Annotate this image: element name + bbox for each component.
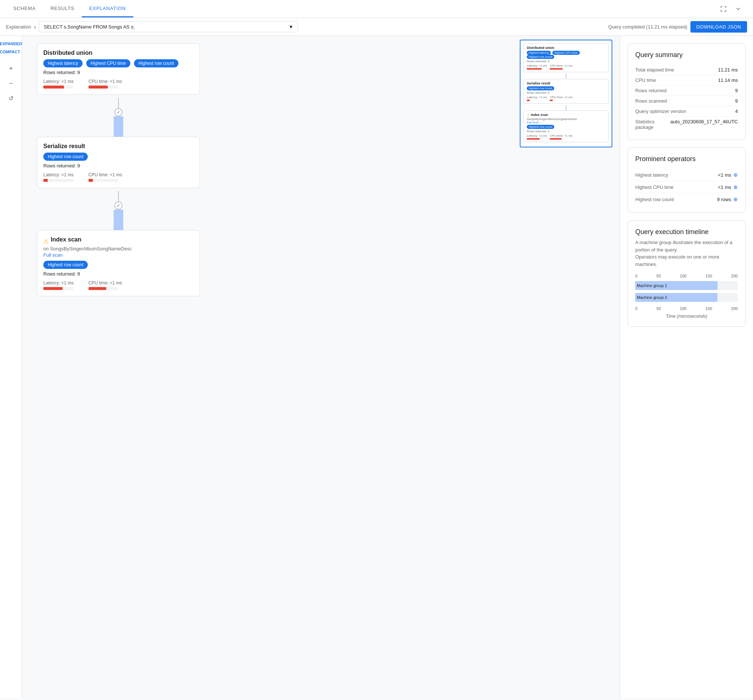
summary-row-5: Statistics package auto_20230608_17_57_4… xyxy=(635,117,738,132)
latency-label-2: Latency: <1 ms xyxy=(43,280,74,286)
minimap-scan-3: Full scan xyxy=(527,121,605,124)
summary-value-2: 9 xyxy=(735,88,738,93)
expanded-view-button[interactable]: EXPANDED xyxy=(0,41,25,47)
cpu-bar-fill-0 xyxy=(89,86,108,89)
badge-highest-latency[interactable]: Highest latency xyxy=(43,59,83,67)
node-title-2: Index scan xyxy=(51,236,81,243)
connector-check-icon: ✓ xyxy=(117,109,120,115)
query-summary-section: Query summary Total elapsed time 11.21 m… xyxy=(628,43,745,140)
cpu-label-0: CPU time: <1 ms xyxy=(89,79,122,84)
summary-label-2: Rows returned xyxy=(635,88,667,93)
expand-icon[interactable] xyxy=(732,3,744,15)
chart-x-label: Time (microseconds) xyxy=(635,314,738,319)
minimap-latency-3: Latency: <1 ms xyxy=(527,134,547,140)
metric-row-0: Latency: <1 ms CPU time: <1 ms xyxy=(43,79,193,89)
cpu-label-1: CPU time: <1 ms xyxy=(89,172,122,177)
metric-row-1: Latency: <1 ms CPU time: <1 ms xyxy=(43,172,193,182)
breadcrumb-chevron: › xyxy=(34,24,36,30)
summary-label-4: Query optimizer version xyxy=(635,108,686,114)
summary-label-5: Statistics package xyxy=(635,119,670,130)
view-toggle: EXPANDED COMPACT xyxy=(0,41,25,55)
minimap-title-2: Serialize result xyxy=(527,81,605,85)
tab-results[interactable]: RESULTS xyxy=(43,0,82,17)
minimap-title-3: Index scan xyxy=(531,113,548,117)
breadcrumb-bar: Explanation › SELECT s.SongName FROM Son… xyxy=(0,18,753,36)
tab-list: SCHEMA RESULTS EXPLANATION xyxy=(6,0,133,17)
metric-row-2: Latency: <1 ms CPU time: <1 ms xyxy=(43,280,193,290)
summary-value-3: 9 xyxy=(735,98,738,104)
badge-highest-row-count[interactable]: Highest row count xyxy=(134,59,178,67)
warning-icon: ⚠ xyxy=(43,238,48,245)
minimap-rows-1: Rows returned: 9 xyxy=(527,59,605,63)
cpu-bar-2 xyxy=(89,287,118,290)
tab-schema[interactable]: SCHEMA xyxy=(6,0,43,17)
diagram-area: Distributed union Highest latency Highes… xyxy=(22,36,620,699)
minimap-node-2: Serialize result Highest row count Rows … xyxy=(524,79,609,104)
main-content: EXPANDED COMPACT + − ↺ Distributed union… xyxy=(0,36,753,699)
minimap-rows-3: Rows returned: 9 xyxy=(527,130,605,133)
metric-latency-1: Latency: <1 ms xyxy=(43,172,74,182)
query-selector[interactable]: SELECT s.SongName FROM Songs AS s; ▼ xyxy=(39,22,298,32)
node-badges-0: Highest latency Highest CPU time Highest… xyxy=(43,59,193,70)
prominent-label-2: Highest row count xyxy=(635,197,674,202)
node-badges-2: Highest row count xyxy=(43,261,193,271)
reset-zoom-button[interactable]: ↺ xyxy=(5,92,17,104)
metric-cpu-0: CPU time: <1 ms xyxy=(89,79,122,89)
download-json-button[interactable]: DOWNLOAD JSON xyxy=(691,21,747,33)
chart-bar-track-0: Machine group 1 xyxy=(635,281,738,290)
cpu-bar-1 xyxy=(89,179,118,182)
metric-cpu-2: CPU time: <1 ms xyxy=(89,280,122,290)
summary-row-1: CPU time 11.14 ms xyxy=(635,75,738,86)
rows-returned-2: Rows returned: 9 xyxy=(43,271,193,277)
link-icon-2[interactable]: ⊕ xyxy=(733,196,738,202)
badge-highest-cpu-time[interactable]: Highest CPU time xyxy=(86,59,130,67)
minimap-bars-2: Latency: <1 ms CPU time: <1 ms xyxy=(527,95,605,101)
fullscreen-icon[interactable] xyxy=(717,3,729,15)
cpu-bar-fill-2 xyxy=(89,287,106,290)
diagram-nodes: Distributed union Highest latency Highes… xyxy=(30,43,192,299)
metric-cpu-1: CPU time: <1 ms xyxy=(89,172,122,182)
summary-row-2: Rows returned 9 xyxy=(635,86,738,96)
prominent-label-0: Highest latency xyxy=(635,172,668,178)
badge-row-count-2[interactable]: Highest row count xyxy=(43,261,88,269)
rows-returned-1: Rows returned: 9 xyxy=(43,163,193,169)
node-distributed-union: Distributed union Highest latency Highes… xyxy=(37,43,200,95)
minimap-header-3: ⚠ Index scan xyxy=(527,113,605,117)
summary-value-5: auto_20230608_17_57_46UTC xyxy=(670,119,738,130)
link-icon-0[interactable]: ⊕ xyxy=(733,172,738,178)
latency-label-0: Latency: <1 ms xyxy=(43,79,74,84)
metric-latency-0: Latency: <1 ms xyxy=(43,79,74,89)
prominent-row-0: Highest latency <1 ms ⊕ xyxy=(635,169,738,181)
zoom-out-button[interactable]: − xyxy=(5,77,17,89)
link-icon-1[interactable]: ⊕ xyxy=(733,184,738,190)
summary-row-3: Rows scanned 9 xyxy=(635,96,738,106)
chart-bar-track-1: Machine group 2 xyxy=(635,293,738,302)
chart-axis-top: 0 50 100 150 200 xyxy=(635,274,738,278)
latency-bar-0 xyxy=(43,86,73,89)
latency-bar-1 xyxy=(43,179,73,182)
minimap-bar-cpu-3 xyxy=(550,138,561,140)
chart-bar-row-0: Machine group 1 xyxy=(635,281,738,290)
query-summary-title: Query summary xyxy=(635,51,738,59)
node-title-1: Serialize result xyxy=(43,143,193,150)
scan-type: Full scan xyxy=(43,252,193,258)
minimap-on-3: SongsBySingerAlbumSongNameDesc xyxy=(527,117,605,121)
compact-view-button[interactable]: COMPACT xyxy=(0,48,25,55)
latency-bar-fill-0 xyxy=(43,86,64,89)
zoom-in-button[interactable]: + xyxy=(5,62,17,75)
minimap-bars-1: Latency: <1 ms CPU time: <1 ms xyxy=(527,64,605,70)
minimap-connector-1 xyxy=(566,74,566,79)
minimap-latency-1: Latency: <1 ms xyxy=(527,64,547,70)
chart-bar-text-0: Machine group 1 xyxy=(637,283,667,288)
timeline-section: Query execution timeline A machine group… xyxy=(628,220,745,327)
minimap-cpu-3: CPU time: <1 ms xyxy=(550,134,572,140)
latency-label-1: Latency: <1 ms xyxy=(43,172,74,177)
minimap-rows-2: Rows returned: 9 xyxy=(527,91,605,94)
prominent-value-0: <1 ms ⊕ xyxy=(718,172,738,178)
top-tabs: SCHEMA RESULTS EXPLANATION xyxy=(0,0,753,18)
minimap-cpu-1: CPU time: <1 ms xyxy=(550,64,572,70)
badge-row-count-1[interactable]: Highest row count xyxy=(43,153,88,161)
tab-icons xyxy=(714,0,747,18)
minimap-badges-3: Highest row count xyxy=(527,125,605,129)
tab-explanation[interactable]: EXPLANATION xyxy=(82,0,133,17)
